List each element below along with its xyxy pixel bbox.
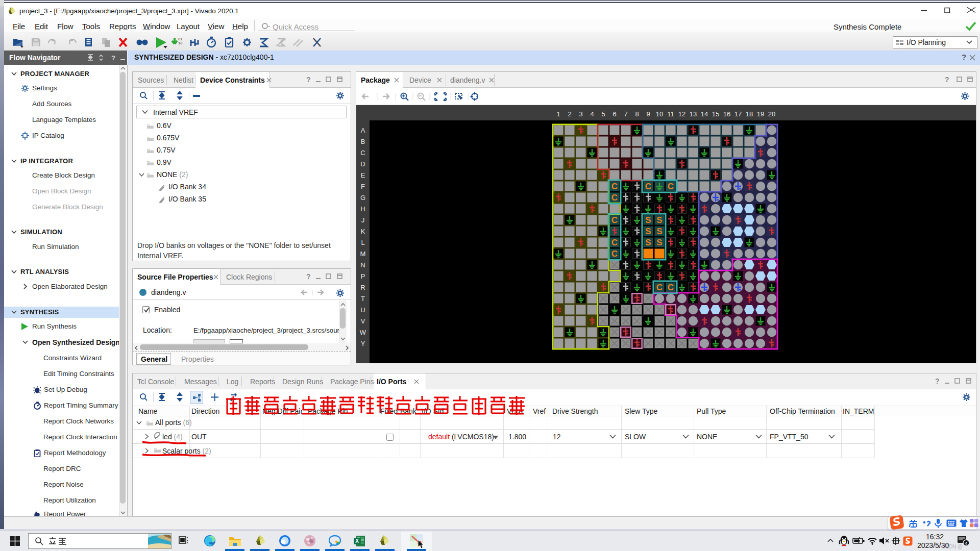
svg-text:C: C [611,193,618,203]
svg-text:Y: Y [361,340,365,347]
svg-text:G: G [360,194,365,202]
svg-text:1: 1 [556,110,560,118]
svg-text:C: C [611,215,618,225]
svg-text:12: 12 [678,110,685,118]
svg-text:N: N [360,261,365,269]
svg-text:6: 6 [612,110,616,118]
svg-text:3: 3 [579,110,582,118]
svg-text:S: S [645,215,651,225]
svg-text:2: 2 [568,110,571,118]
svg-text:S: S [645,227,651,236]
svg-text:20: 20 [768,110,775,118]
svg-text:C: C [360,149,365,157]
svg-text:F: F [361,183,365,190]
svg-text:U: U [360,306,365,314]
svg-text:C: C [668,182,674,191]
svg-text:4: 4 [965,541,967,546]
svg-text:C: C [611,182,618,191]
svg-text:16: 16 [723,110,730,118]
svg-text:E: E [361,171,365,179]
svg-text:M: M [360,250,366,258]
svg-text:13: 13 [690,110,697,118]
svg-text:C: C [645,182,651,191]
svg-text:18: 18 [746,110,753,118]
svg-text:J: J [361,216,365,224]
svg-text:S: S [645,238,651,247]
svg-text:L: L [361,239,364,246]
svg-text:S: S [656,238,662,247]
svg-text:C: C [668,283,674,292]
svg-text:8: 8 [635,110,639,118]
svg-text:10: 10 [178,41,182,45]
svg-text:P: P [361,272,365,280]
svg-text:C: C [656,283,663,292]
svg-text:T: T [361,295,365,303]
svg-text:V: V [361,317,365,325]
svg-text:?: ? [111,54,115,61]
svg-text:4: 4 [590,110,594,118]
svg-text:C: C [611,238,618,247]
svg-text:D: D [360,160,365,168]
svg-text:W: W [360,329,366,336]
svg-text:01: 01 [178,37,182,41]
svg-text:7: 7 [624,110,627,118]
svg-text:S: S [656,227,662,236]
svg-text:11: 11 [667,110,674,118]
svg-text:X: X [355,538,359,544]
svg-text:R: R [360,284,365,291]
svg-text:S: S [656,215,662,225]
svg-text:17: 17 [734,110,742,118]
svg-text:5: 5 [601,110,605,118]
svg-text:H: H [360,205,365,213]
svg-text:K: K [361,228,365,235]
svg-text:19: 19 [757,110,764,118]
svg-text:B: B [361,138,365,145]
svg-text:15: 15 [712,110,719,118]
svg-text:14: 14 [701,110,708,118]
svg-text:C: C [611,249,618,259]
svg-text:10: 10 [656,110,663,118]
svg-text:9: 9 [646,110,650,118]
svg-text:A: A [361,127,365,134]
